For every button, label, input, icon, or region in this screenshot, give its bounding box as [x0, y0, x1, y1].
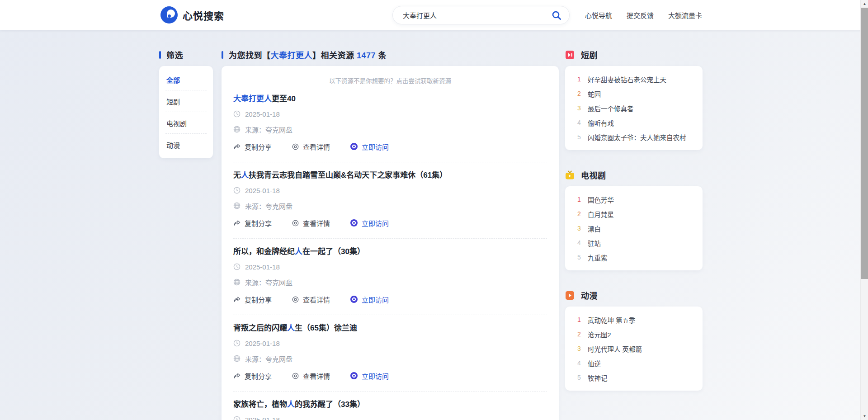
visit-now-button[interactable]: 立即访问	[350, 142, 389, 151]
copy-share-button[interactable]: 复制分享	[233, 218, 272, 228]
ranking-card: 1 好孕甜妻被钻石老公宠上天 2 蛇园 3 最后一个修真者 4 偷听有戏 5 闪…	[565, 66, 703, 150]
visit-now-label: 立即访问	[362, 295, 389, 304]
ranking-item[interactable]: 2 白月梵星	[565, 207, 703, 221]
nav-link[interactable]: 提交反馈	[627, 12, 654, 19]
result-title-keyword: 人	[287, 400, 295, 409]
globe-icon	[233, 202, 241, 209]
results-heading-text: 为您找到【大奉打更人】相关资源 1477 条	[229, 49, 387, 61]
filter-item[interactable]: 动漫	[159, 134, 213, 156]
rankings-column: 短剧 1 好孕甜妻被钻石老公宠上天 2 蛇园 3 最后一个修真者 4 偷听有戏 …	[565, 49, 703, 391]
share-icon	[233, 372, 241, 380]
visit-icon	[350, 219, 358, 227]
accent-bar	[159, 51, 161, 59]
ranking-item[interactable]: 5 牧神记	[565, 370, 703, 385]
ranking-number: 3	[576, 345, 582, 352]
refresh-hint-link[interactable]: 以下资源不是你想要的？点击尝试获取新资源	[233, 74, 547, 86]
result-title-link[interactable]: 无人扶我青云志我自踏雪至山巅&名动天下之家事难休（61集）	[233, 168, 547, 183]
ranking-label: 最后一个修真者	[588, 104, 634, 113]
result-title-link[interactable]: 大奉打更人更至40	[233, 92, 547, 106]
filter-item-label: 全部	[166, 75, 180, 85]
header-nav: 心悦导航 提交反馈 大额流量卡	[585, 0, 702, 30]
result-source: 来源：夸克网盘	[245, 125, 292, 134]
filter-item[interactable]: 短剧	[159, 90, 213, 112]
result-title-keyword: 人	[295, 247, 302, 256]
result-actions: 复制分享 查看详情 立即访问	[233, 138, 547, 155]
results-heading: 为您找到【大奉打更人】相关资源 1477 条	[222, 49, 559, 60]
result-title-link[interactable]: 家族将亡，植物人的我苏醒了（33集）	[233, 397, 547, 412]
copy-share-label: 复制分享	[245, 295, 272, 304]
visit-now-label: 立即访问	[362, 142, 389, 151]
copy-share-button[interactable]: 复制分享	[233, 295, 272, 304]
visit-now-button[interactable]: 立即访问	[350, 218, 389, 228]
ranking-item[interactable]: 1 国色芳华	[565, 192, 703, 207]
view-detail-button[interactable]: 查看详情	[292, 142, 330, 151]
ranking-item[interactable]: 4 驻站	[565, 236, 703, 250]
result-title-link[interactable]: 背叛之后的闪耀人生（65集）徐兰迪	[233, 321, 547, 335]
share-icon	[233, 143, 241, 151]
filter-item-label: 电视剧	[166, 118, 187, 128]
result-title-link[interactable]: 所以，和金牌经纪人在一起了（30集）	[233, 245, 547, 259]
ranking-label: 时光代理人 英都篇	[588, 344, 642, 354]
copy-share-label: 复制分享	[245, 142, 272, 151]
ranking-item[interactable]: 1 好孕甜妻被钻石老公宠上天	[565, 72, 703, 86]
ranking-item[interactable]: 4 仙逆	[565, 356, 703, 370]
nav-item[interactable]: 大额流量卡	[668, 10, 702, 20]
view-detail-button[interactable]: 查看详情	[292, 371, 330, 381]
result-date-row: 2025-01-18	[233, 335, 547, 351]
ranking-item[interactable]: 3 漂白	[565, 221, 703, 236]
ranking-heading-text: 动漫	[581, 289, 598, 301]
brand-logo-icon	[160, 6, 178, 24]
nav-item[interactable]: 提交反馈	[627, 10, 654, 20]
ranking-item[interactable]: 2 沧元图2	[565, 327, 703, 341]
ranking-number: 2	[576, 90, 582, 97]
ranking-item[interactable]: 2 蛇园	[565, 86, 703, 101]
ranking-card: 1 国色芳华 2 白月梵星 3 漂白 4 驻站 5 九重紫	[565, 186, 703, 270]
ranking-item[interactable]: 1 武动乾坤 第五季	[565, 312, 703, 327]
result-title-text: 更至40	[272, 94, 296, 103]
scrollbar[interactable]: ▲ ▼	[860, 0, 868, 420]
result-date-row: 2025-01-18	[233, 183, 547, 198]
copy-share-button[interactable]: 复制分享	[233, 371, 272, 381]
visit-now-button[interactable]: 立即访问	[350, 371, 389, 381]
brand-logo[interactable]: 心悦搜索	[160, 6, 224, 24]
ranking-item[interactable]: 3 最后一个修真者	[565, 101, 703, 115]
ranking-section-tv: 电视剧 1 国色芳华 2 白月梵星 3 漂白 4 驻站 5 九重紫	[565, 170, 703, 270]
nav-link[interactable]: 大额流量卡	[668, 12, 702, 19]
ranking-item[interactable]: 4 偷听有戏	[565, 115, 703, 130]
view-detail-button[interactable]: 查看详情	[292, 218, 330, 228]
globe-icon	[233, 355, 241, 362]
scroll-down-button[interactable]: ▼	[861, 412, 868, 420]
scroll-up-button[interactable]: ▲	[861, 0, 868, 8]
visit-now-button[interactable]: 立即访问	[350, 295, 389, 304]
filter-item[interactable]: 全部	[159, 69, 213, 90]
search-button[interactable]	[550, 9, 563, 22]
result-date: 2025-01-18	[245, 340, 280, 347]
nav-item[interactable]: 心悦导航	[585, 10, 612, 20]
result-title-text: 的我苏醒了（33集）	[295, 400, 365, 409]
result-date-row: 2025-01-18	[233, 259, 547, 274]
ranking-label: 漂白	[588, 224, 601, 233]
results-list: 大奉打更人更至40 2025-01-18 来源：夸克网盘 复制分享 查看详情 立…	[233, 86, 547, 420]
ranking-item[interactable]: 3 时光代理人 英都篇	[565, 341, 703, 356]
view-detail-label: 查看详情	[303, 371, 330, 381]
result-date: 2025-01-18	[245, 187, 280, 194]
copy-share-button[interactable]: 复制分享	[233, 142, 272, 151]
ranking-card: 1 武动乾坤 第五季 2 沧元图2 3 时光代理人 英都篇 4 仙逆 5 牧神记	[565, 307, 703, 391]
result-date: 2025-01-18	[245, 110, 280, 118]
results-column: 为您找到【大奉打更人】相关资源 1477 条 以下资源不是你想要的？点击尝试获取…	[222, 49, 559, 420]
view-detail-button[interactable]: 查看详情	[292, 295, 330, 304]
ranking-label: 偷听有戏	[588, 118, 614, 127]
copy-share-label: 复制分享	[245, 218, 272, 228]
ranking-item[interactable]: 5 闪婚京圈太子爷：夫人她来自农村	[565, 130, 703, 144]
ranking-item[interactable]: 5 九重紫	[565, 250, 703, 264]
search-icon	[551, 10, 562, 21]
scrollbar-thumb[interactable]	[861, 8, 868, 279]
result-actions: 复制分享 查看详情 立即访问	[233, 214, 547, 231]
filter-column: 筛选 全部 短剧 电视剧 动漫	[159, 49, 213, 158]
nav-link[interactable]: 心悦导航	[585, 12, 612, 19]
ranking-number: 2	[576, 210, 582, 217]
filter-list: 全部 短剧 电视剧 动漫	[159, 66, 213, 158]
result-title-text: 在一起了（30集）	[302, 247, 365, 256]
filter-item[interactable]: 电视剧	[159, 112, 213, 134]
search-input[interactable]	[403, 11, 550, 19]
